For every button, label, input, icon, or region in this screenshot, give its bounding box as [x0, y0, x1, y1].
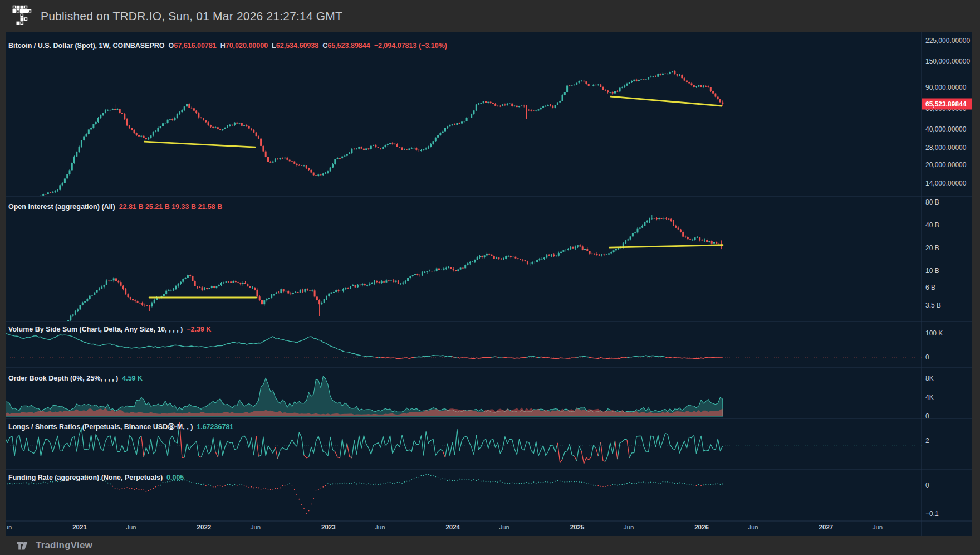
chart-canvas[interactable]: 225,000.00000150,000.0000090,000.0000060… — [6, 32, 972, 536]
footer-bar: TradingView — [0, 536, 980, 555]
time-axis[interactable] — [6, 521, 922, 536]
price-scale-axis[interactable] — [922, 32, 972, 521]
chart-area[interactable]: 225,000.00000150,000.0000090,000.0000060… — [6, 32, 972, 536]
tradingview-logo-icon[interactable] — [17, 542, 31, 550]
published-text: Published on TRDR.IO, Sun, 01 Mar 2026 2… — [41, 9, 342, 23]
trdr-qr-logo-icon — [12, 5, 33, 27]
header: Published on TRDR.IO, Sun, 01 Mar 2026 2… — [0, 0, 980, 32]
tradingview-brand[interactable]: TradingView — [36, 540, 92, 551]
